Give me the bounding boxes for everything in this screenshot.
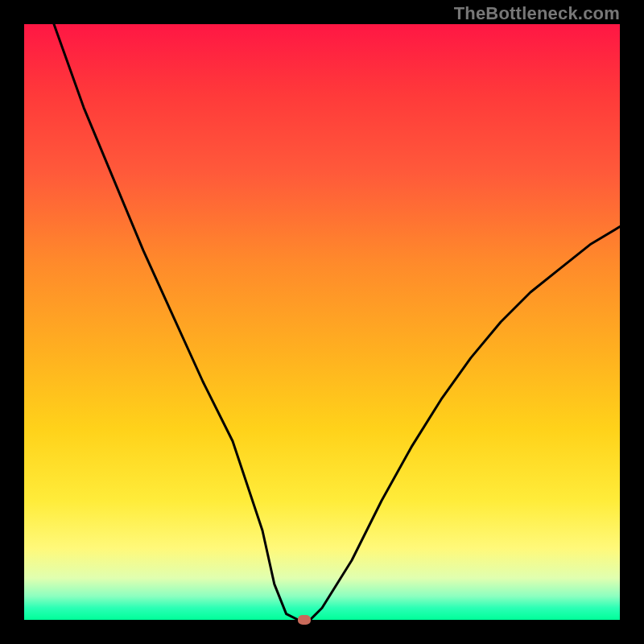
watermark-label: TheBottleneck.com (454, 3, 620, 24)
plot-area (24, 24, 620, 620)
bottleneck-curve-path (54, 24, 620, 620)
curve-svg (24, 24, 620, 620)
optimum-marker (298, 615, 311, 625)
chart-frame: TheBottleneck.com (0, 0, 644, 644)
